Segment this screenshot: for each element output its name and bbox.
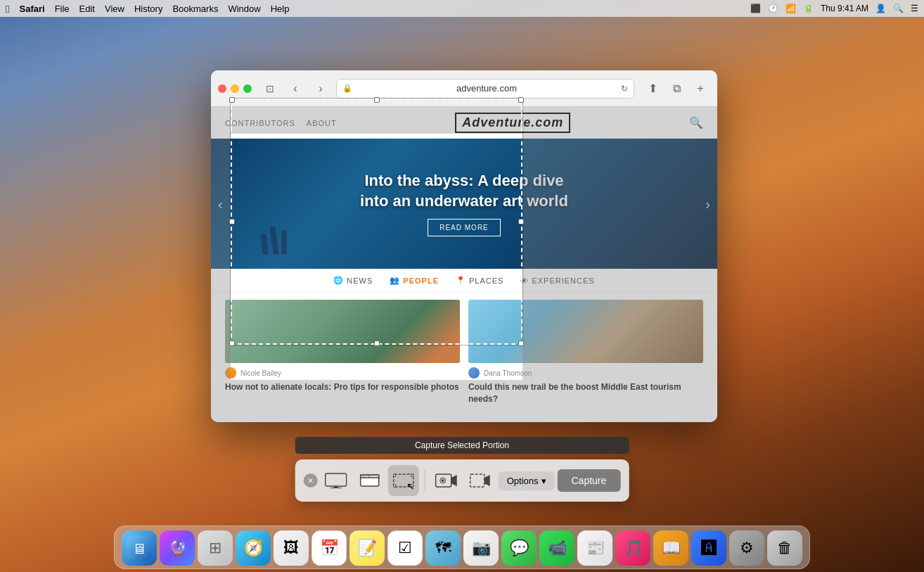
dock-photos-app[interactable]: 🖼 [274,530,309,566]
close-button[interactable] [218,84,226,93]
launchpad-icon: ⊞ [209,539,222,557]
dock-finder[interactable]: 🖥 [122,530,157,566]
menu-view[interactable]: View [105,4,124,14]
apple-menu[interactable]:  [6,3,9,15]
browser-toolbar: ⊡ ‹ › 🔒 adventure.com ↻ ⬆ ⧉ + [211,70,717,107]
dock-calendar[interactable]: 📅 [312,530,347,566]
svg-text:🖥: 🖥 [132,541,146,557]
url-text: adventure.com [355,83,618,94]
svg-point-5 [363,476,364,477]
dock-news[interactable]: 📰 [577,530,612,566]
tab-overview-button[interactable]: ⧉ [667,79,686,98]
options-button[interactable]: Options ▾ [499,471,555,490]
author-1-name: Nicole Bailey [240,369,281,377]
menu-bookmarks[interactable]: Bookmarks [172,4,218,14]
article-1[interactable]: Nicole Bailey How not to alienate locals… [225,300,460,405]
menubar:  Safari File Edit View History Bookmark… [0,0,924,17]
nav-contributors[interactable]: CONTRIBUTORS [225,119,295,127]
browser-window: ⊡ ‹ › 🔒 adventure.com ↻ ⬆ ⧉ + CONTRIBUTO… [211,70,717,422]
reload-icon[interactable]: ↻ [621,84,628,94]
siri-icon-text: 🔮 [168,539,187,557]
notification-icon[interactable]: ☰ [911,4,918,13]
svg-rect-2 [331,488,342,488]
minimize-button[interactable] [231,84,239,93]
share-button[interactable]: ⬆ [643,79,662,98]
article-2[interactable]: Dana Thomson Could this new trail be the… [468,300,703,405]
menu-history[interactable]: History [134,4,162,14]
category-places[interactable]: 📍 PLACES [456,276,503,285]
close-screenshot-button[interactable]: × [304,474,318,488]
articles-section: Nicole Bailey How not to alienate locals… [211,293,717,412]
menu-window[interactable]: Window [228,4,260,14]
dock-safari[interactable]: 🧭 [236,530,271,566]
hero-title: Into the abyss: A deep diveinto an under… [360,171,568,211]
menu-help[interactable]: Help [271,4,290,14]
forward-button[interactable]: › [311,79,331,98]
svg-rect-1 [334,486,338,488]
dock-messages[interactable]: 💬 [501,530,537,566]
svg-rect-12 [411,485,413,487]
dock-appstore[interactable]: 🅰 [691,530,726,566]
dock-maps[interactable]: 🗺 [425,530,461,566]
capture-button[interactable]: Capture [558,469,621,492]
article-1-author: Nicole Bailey [225,367,460,379]
record-selection-button[interactable] [465,465,496,496]
dock-launchpad[interactable]: ⊞ [198,530,233,566]
facetime-icon: 📹 [548,539,567,557]
record-screen-button[interactable] [431,465,462,496]
wifi-icon: 📶 [785,4,796,13]
capture-tooltip: Capture Selected Portion [295,437,629,454]
menu-file[interactable]: File [55,4,70,14]
dock-reminders[interactable]: ☑ [387,530,423,566]
hero-cta-button[interactable]: READ MORE [428,219,501,236]
capture-selection-icon [392,473,415,488]
new-tab-button[interactable]: + [691,79,710,98]
address-bar[interactable]: 🔒 adventure.com ↻ [336,79,634,98]
svg-rect-17 [470,474,485,487]
clock-icon: 🕐 [768,4,778,13]
traffic-lights [218,84,252,93]
menu-edit[interactable]: Edit [79,4,95,14]
category-experiences[interactable]: 👁 EXPERIENCES [520,276,594,285]
website-content: CONTRIBUTORS ABOUT Adventure.com 🔍 [211,107,717,422]
sidebar-toggle[interactable]: ⊡ [260,79,280,98]
category-news[interactable]: 🌐 NEWS [333,276,373,285]
dock-books[interactable]: 📖 [653,530,688,566]
nav-about[interactable]: ABOUT [307,119,337,127]
desktop:  Safari File Edit View History Bookmark… [0,0,924,572]
fullscreen-button[interactable] [243,84,252,93]
dock-music[interactable]: 🎵 [615,530,650,566]
screenshot-toolbar-container: Capture Selected Portion × [295,437,629,502]
dock-system-prefs[interactable]: ⚙ [729,530,764,566]
dock-trash[interactable]: 🗑 [767,530,802,566]
dock-facetime[interactable]: 📹 [539,530,575,566]
airplay-icon: ⬛ [750,4,761,13]
author-1-avatar [225,367,236,379]
trash-icon: 🗑 [777,539,793,557]
capture-screen-button[interactable] [321,465,352,496]
dock-camera-photos[interactable]: 📷 [463,530,499,566]
svg-point-7 [368,476,370,477]
article-1-image [225,300,460,363]
site-nav: CONTRIBUTORS ABOUT [225,119,337,127]
site-search-icon[interactable]: 🔍 [689,116,703,129]
finder-icon: 🖥 [127,535,152,561]
dock-siri[interactable]: 🔮 [160,530,195,566]
author-2-avatar [468,367,480,379]
category-people[interactable]: 👥 PEOPLE [390,276,439,285]
hero-next-button[interactable]: › [705,196,710,212]
safari-icon: 🧭 [244,539,263,557]
article-2-author: Dana Thomson [468,367,703,379]
dock-notes[interactable]: 📝 [349,530,385,566]
back-button[interactable]: ‹ [285,79,305,98]
capture-window-icon [359,473,381,488]
capture-selection-button[interactable]: ↖ [388,465,419,496]
svg-point-16 [442,479,444,482]
people-icon: 👥 [390,276,400,285]
capture-window-button[interactable] [354,465,385,496]
hero-prev-button[interactable]: ‹ [218,196,223,212]
app-menu-safari[interactable]: Safari [19,4,44,14]
search-icon[interactable]: 🔍 [893,4,904,13]
options-chevron: ▾ [541,476,546,486]
article-2-title: Could this new trail be the boost Middle… [468,381,703,405]
